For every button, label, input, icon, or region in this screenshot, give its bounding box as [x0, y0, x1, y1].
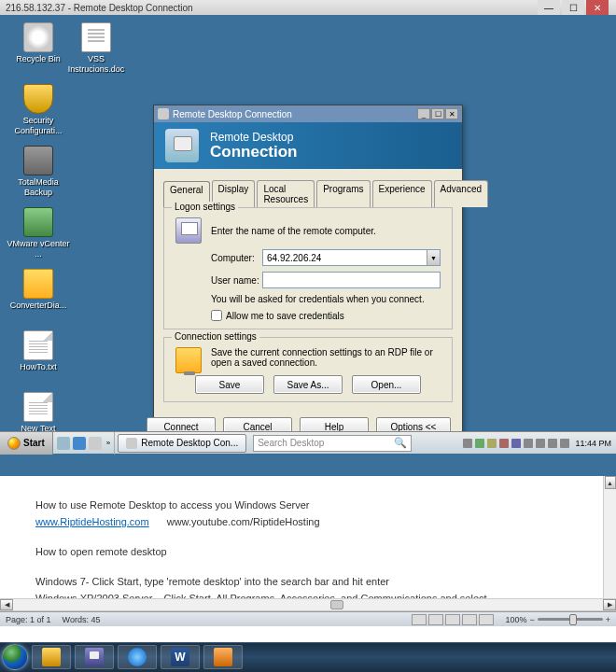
drive-icon [23, 146, 53, 175]
desktop-icon-vmware[interactable]: VMware vCenter ... [6, 207, 71, 259]
tray-icon-3[interactable] [487, 439, 497, 448]
desktop-icon-vss-doc[interactable]: VSS Instrucions.doc [63, 22, 129, 75]
tray-icon-8[interactable] [548, 439, 557, 448]
view-button-1[interactable] [412, 614, 427, 625]
desktop-icon-security-config[interactable]: Security Configurati... [6, 84, 71, 136]
open-button[interactable]: Open... [352, 375, 421, 394]
scroll-thumb[interactable] [330, 600, 343, 609]
save-as-button[interactable]: Save As... [273, 375, 343, 394]
rdc-minimize-button[interactable]: _ [417, 108, 430, 119]
session-titlebar[interactable]: 216.58.132.37 - Remote Desktop Connectio… [0, 0, 616, 15]
text-file-icon [23, 330, 53, 360]
rdc-close-button[interactable]: ✕ [445, 108, 458, 119]
desktop-icon-howto[interactable]: HowTo.txt [6, 330, 71, 372]
desktop-icon-recycle-bin[interactable]: Recycle Bin [6, 22, 71, 64]
allow-save-label: Allow me to save credentials [226, 311, 344, 321]
quicklaunch-item-1[interactable] [57, 437, 70, 450]
taskbar-item-rdc[interactable] [75, 645, 114, 669]
view-button-5[interactable] [479, 614, 494, 625]
shield-icon [23, 84, 53, 114]
word-status-bar: Page: 1 of 1 Words: 45 100% − + [0, 611, 616, 626]
session-maximize-button[interactable]: ☐ [562, 0, 584, 15]
username-input[interactable] [262, 272, 441, 288]
session-minimize-button[interactable]: — [538, 0, 560, 15]
logon-hint: Enter the name of the remote computer. [211, 226, 376, 236]
doc-line-1: How to use Remote Desktop to access you … [35, 497, 581, 513]
username-label: User name: [211, 275, 262, 286]
horizontal-scrollbar[interactable]: ◀ ▶ [0, 598, 616, 611]
zoom-value[interactable]: 100% [505, 615, 526, 624]
taskbar-item-word[interactable]: W [161, 645, 200, 669]
desktop-icon-totalmedia[interactable]: TotalMedia Backup [6, 146, 71, 198]
rdc-title-text: Remote Desktop Connection [173, 109, 292, 119]
doc-link-1[interactable]: www.RiptideHosting.com [35, 516, 149, 527]
conn-legend: Connection settings [172, 331, 259, 342]
clock[interactable]: 11:44 PM [575, 439, 611, 448]
tray-icon-9[interactable] [560, 439, 569, 448]
taskbar-item-explorer[interactable] [32, 645, 71, 669]
quicklaunch-item-2[interactable] [73, 437, 86, 450]
page-status[interactable]: Page: 1 of 1 [6, 615, 51, 624]
rdc-maximize-button[interactable]: ☐ [431, 108, 444, 119]
tab-local-resources[interactable]: Local Resources [257, 180, 315, 207]
zoom-slider[interactable] [538, 618, 603, 621]
remote-session-window: 216.58.132.37 - Remote Desktop Connectio… [0, 0, 616, 476]
rdc-icon [85, 648, 104, 666]
rdc-banner: Remote Desktop Connection [154, 122, 462, 169]
logon-legend: Logon settings [172, 202, 238, 212]
doc-line-3: How to open remote desktop [35, 543, 581, 560]
view-button-4[interactable] [462, 614, 477, 625]
tray-icon-6[interactable] [524, 439, 533, 448]
credential-note: You will be asked for credentials when y… [175, 294, 441, 304]
tab-programs[interactable]: Programs [316, 180, 370, 207]
search-icon[interactable]: 🔍 [394, 437, 407, 449]
document-icon [81, 22, 111, 52]
scroll-up-button[interactable]: ▲ [605, 476, 616, 489]
vertical-scrollbar[interactable]: ▲ ▼ [603, 476, 616, 616]
view-button-3[interactable] [445, 614, 460, 625]
zoom-out-button[interactable]: − [529, 615, 534, 624]
rdc-title-icon [158, 108, 169, 119]
connection-settings-group: Connection settings Save the current con… [163, 337, 453, 402]
remote-desktop-area[interactable]: Recycle Bin VSS Instrucions.doc Security… [0, 15, 616, 454]
search-placeholder: Search Desktop [258, 438, 324, 448]
system-tray: 11:44 PM [458, 439, 616, 448]
tab-advanced[interactable]: Advanced [434, 180, 488, 207]
tray-icon-4[interactable] [499, 439, 509, 448]
scroll-left-button[interactable]: ◀ [0, 599, 13, 610]
computer-input[interactable] [263, 250, 427, 265]
word-icon: W [171, 648, 189, 666]
tray-icon-7[interactable] [536, 439, 545, 448]
scroll-right-button[interactable]: ▶ [603, 599, 616, 610]
quicklaunch-item-3[interactable] [89, 437, 102, 450]
zoom-control: 100% − + [505, 615, 610, 624]
session-taskbar: Start » Remote Desktop Con... Search Des… [0, 431, 616, 454]
host-taskbar: W [0, 642, 616, 672]
taskbar-item-snip[interactable] [203, 645, 243, 669]
session-close-button[interactable]: ✕ [586, 0, 609, 15]
tray-icon-1[interactable] [463, 439, 472, 448]
tab-experience[interactable]: Experience [372, 180, 432, 207]
logon-settings-group: Logon settings Enter the name of the rem… [163, 207, 453, 329]
view-button-2[interactable] [428, 614, 443, 625]
computer-dropdown-button[interactable]: ▼ [427, 250, 440, 265]
session-title-text: 216.58.132.37 - Remote Desktop Connectio… [6, 3, 193, 13]
tray-icon-5[interactable] [511, 439, 521, 448]
computer-combo[interactable]: ▼ [262, 249, 441, 266]
desktop-search-box[interactable]: Search Desktop 🔍 [253, 435, 412, 452]
start-button[interactable]: Start [0, 432, 53, 455]
tray-icon-2[interactable] [475, 439, 484, 448]
rdc-dialog: Remote Desktop Connection _ ☐ ✕ Remote D… [153, 105, 463, 448]
allow-save-checkbox[interactable] [211, 310, 222, 321]
quicklaunch-overflow[interactable]: » [106, 439, 110, 447]
zoom-in-button[interactable]: + [606, 615, 610, 624]
folder-icon [175, 347, 202, 373]
save-button[interactable]: Save [195, 375, 264, 394]
taskbar-item-rdc[interactable]: Remote Desktop Con... [118, 434, 246, 453]
computer-icon [175, 217, 202, 244]
desktop-icon-converter[interactable]: ConverterDia... [6, 269, 71, 311]
rdc-titlebar[interactable]: Remote Desktop Connection _ ☐ ✕ [154, 105, 462, 122]
taskbar-item-ie[interactable] [118, 645, 157, 669]
host-start-button[interactable] [2, 644, 28, 670]
word-count[interactable]: Words: 45 [63, 615, 101, 624]
